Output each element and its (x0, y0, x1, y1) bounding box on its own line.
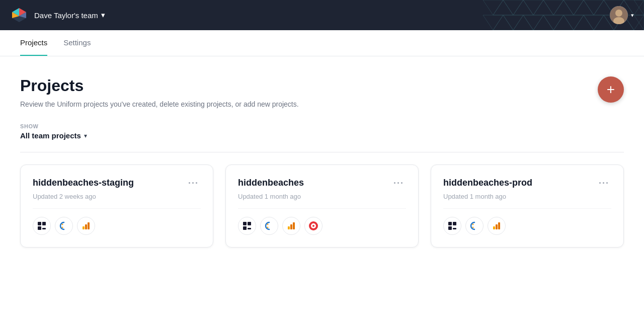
team-name-label: Dave Taylor's team (34, 11, 98, 20)
svg-rect-69 (453, 222, 456, 225)
svg-marker-20 (523, 15, 543, 30)
svg-marker-16 (564, 15, 584, 30)
project-menu-button-1[interactable]: ··· (391, 177, 406, 190)
project-card-2: hiddenbeaches-prod ··· Updated 1 month a… (431, 165, 624, 248)
user-menu[interactable]: ▾ (610, 6, 634, 24)
plus-icon: + (607, 83, 615, 97)
svg-marker-7 (543, 0, 564, 15)
contentful-icon-2 (465, 217, 484, 235)
projects-grid: hiddenbeaches-staging ··· Updated 2 week… (20, 165, 624, 248)
svg-marker-18 (543, 15, 564, 30)
svg-point-38 (615, 10, 622, 17)
svg-point-73 (472, 224, 474, 225)
top-nav: Dave Taylor's team ▾ ▾ (0, 0, 644, 30)
svg-marker-8 (553, 0, 574, 15)
card-divider-1 (238, 208, 406, 209)
user-dropdown-chevron: ▾ (631, 12, 634, 19)
content-divider (20, 152, 624, 152)
svg-rect-50 (85, 224, 87, 229)
main-content: Projects Review the Uniform projects you… (0, 56, 644, 327)
builderio-icon-1 (238, 217, 256, 235)
analytics-icon-0 (77, 217, 95, 235)
svg-marker-17 (574, 15, 594, 30)
tab-settings[interactable]: Settings (63, 30, 91, 56)
tab-projects[interactable]: Projects (20, 30, 47, 56)
user-avatar-image (610, 6, 628, 24)
svg-rect-56 (248, 228, 251, 229)
nav-pattern (342, 0, 644, 30)
svg-point-58 (267, 224, 269, 225)
project-integrations-1 (238, 217, 406, 235)
project-card-1: hiddenbeaches ··· Updated 1 month ago (225, 165, 419, 248)
add-project-button[interactable]: + (598, 76, 624, 103)
team-dropdown-chevron: ▾ (101, 11, 105, 20)
analytics-icon-2 (488, 217, 506, 235)
project-updated-2: Updated 1 month ago (443, 193, 611, 200)
svg-marker-21 (533, 15, 553, 30)
svg-marker-22 (503, 0, 523, 15)
svg-marker-19 (553, 15, 574, 30)
card-header-1: hiddenbeaches ··· (238, 177, 406, 190)
analytics-icon-1 (282, 217, 300, 235)
svg-rect-53 (243, 222, 247, 225)
project-card-0: hiddenbeaches-staging ··· Updated 2 week… (20, 165, 213, 248)
user-avatar (610, 6, 628, 24)
filter-chevron-icon: ▾ (84, 132, 87, 139)
svg-marker-3 (584, 0, 604, 15)
svg-point-66 (312, 225, 314, 227)
svg-rect-70 (448, 226, 452, 230)
card-divider-0 (33, 208, 201, 209)
svg-point-47 (62, 227, 63, 228)
project-menu-button-2[interactable]: ··· (597, 177, 611, 190)
builderio-icon-2 (443, 217, 461, 235)
team-name-button[interactable]: Dave Taylor's team ▾ (34, 11, 105, 20)
svg-rect-78 (498, 222, 500, 229)
project-integrations-0 (33, 217, 201, 235)
svg-marker-28 (483, 15, 503, 30)
tabs-bar: Projects Settings (0, 30, 644, 56)
svg-rect-42 (42, 222, 46, 225)
svg-marker-24 (483, 0, 503, 15)
show-filter-label: SHOW (20, 123, 624, 129)
svg-marker-31 (634, 15, 644, 30)
svg-rect-62 (290, 224, 292, 229)
svg-marker-9 (523, 0, 543, 15)
svg-point-74 (472, 227, 474, 228)
svg-marker-5 (564, 0, 584, 15)
svg-rect-51 (88, 222, 90, 229)
show-filter-dropdown[interactable]: All team projects ▾ (20, 131, 624, 140)
svg-marker-10 (533, 0, 553, 15)
svg-point-59 (267, 227, 269, 228)
svg-rect-41 (38, 222, 41, 225)
svg-marker-6 (574, 0, 594, 15)
svg-rect-63 (293, 222, 295, 229)
svg-rect-49 (83, 226, 85, 229)
svg-rect-77 (496, 224, 498, 229)
svg-marker-30 (634, 0, 644, 15)
circle-icon-1 (304, 217, 323, 235)
svg-rect-76 (493, 226, 495, 229)
svg-rect-43 (38, 226, 41, 230)
svg-rect-55 (243, 226, 247, 230)
svg-point-46 (62, 224, 63, 225)
svg-marker-25 (493, 0, 513, 15)
svg-marker-26 (503, 15, 523, 30)
svg-rect-71 (453, 228, 456, 229)
page-description: Review the Uniform projects you've creat… (20, 100, 624, 108)
project-title-2: hiddenbeaches-prod (443, 177, 532, 189)
builderio-icon-0 (33, 217, 51, 235)
project-menu-button-0[interactable]: ··· (186, 177, 201, 190)
card-header-0: hiddenbeaches-staging ··· (33, 177, 201, 190)
card-header-2: hiddenbeaches-prod ··· (443, 177, 611, 190)
svg-marker-14 (584, 15, 604, 30)
contentful-icon-0 (55, 217, 73, 235)
card-divider-2 (443, 208, 611, 209)
svg-rect-61 (288, 226, 290, 229)
logo-icon (10, 6, 28, 24)
svg-marker-27 (513, 15, 533, 30)
svg-rect-68 (448, 222, 452, 225)
svg-rect-54 (248, 222, 251, 225)
project-title-0: hiddenbeaches-staging (33, 177, 134, 189)
filter-value: All team projects (20, 131, 81, 140)
svg-marker-23 (513, 0, 533, 15)
